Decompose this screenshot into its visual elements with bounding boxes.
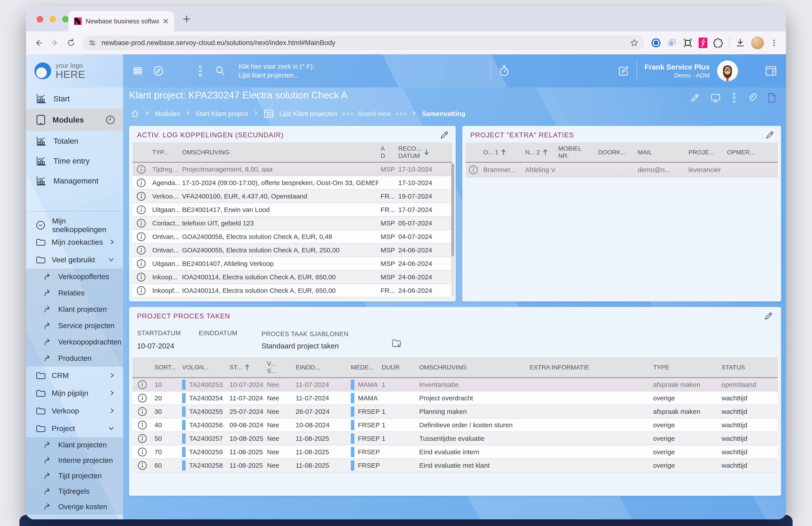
copy-template-icon[interactable] [391, 338, 403, 349]
column-type[interactable]: TYPE [651, 364, 719, 371]
table-row[interactable]: Brammer... Afdeling V... demo@n... lever… [466, 163, 778, 177]
sidebar-subitem[interactable]: Tijd projecten [26, 468, 123, 484]
timer-icon[interactable] [498, 65, 510, 77]
sidebar-group-verkoop[interactable]: Verkoop [26, 402, 123, 420]
sidebar-item-modules[interactable]: Modules [26, 109, 123, 131]
breadcrumb-lijst-klant-projecten[interactable]: Lijst Klant projecten [279, 110, 337, 117]
info-icon[interactable] [132, 205, 150, 215]
column-duur[interactable]: DUUR [379, 364, 417, 371]
info-icon[interactable] [132, 407, 152, 416]
info-icon[interactable] [132, 272, 150, 282]
table-row[interactable]: 30 TA2400255 25-07-2024 Nee 26-07-2024 F… [132, 405, 778, 418]
table-row[interactable]: 20 TA2400254 11-07-2024 Nee 11-07-2024 M… [132, 392, 778, 405]
minimize-window-button[interactable] [49, 16, 56, 23]
edit-pencil-icon[interactable] [765, 130, 774, 141]
sidebar-subitem[interactable]: Interne projecten [26, 453, 123, 468]
scrollbar[interactable] [451, 164, 454, 296]
forward-icon[interactable] [50, 38, 60, 48]
startdatum-value[interactable]: 10-07-2024 [137, 342, 174, 350]
browser-menu-icon[interactable] [770, 39, 779, 47]
address-bar[interactable]: newbase-prod.newbase.servoy-cloud.eu/sol… [83, 35, 644, 50]
zoom-window-button[interactable] [62, 16, 69, 23]
table-row[interactable]: 60 TA2400258 11-08-2025 Nee 11-08-2025 F… [132, 459, 778, 472]
column-opmer[interactable]: OPMER... [725, 148, 778, 156]
more-options-icon[interactable] [731, 92, 737, 103]
downloads-icon[interactable] [735, 38, 745, 48]
collapse-minus-icon[interactable] [36, 221, 45, 230]
sidebar-item-management[interactable]: Management [26, 171, 123, 191]
column-sort[interactable]: SORT... [152, 364, 180, 371]
table-row[interactable]: Uitgaan... BE24001417, Erwin van Lood FR… [132, 203, 452, 217]
column-st[interactable]: ST... [227, 364, 265, 371]
sidebar-subitem[interactable]: Producten [26, 350, 123, 367]
sidebar-subitem[interactable]: Relaties [26, 285, 123, 301]
kebab-menu-icon[interactable] [196, 65, 205, 77]
table-header[interactable]: TYP... OMSCHRIJVING A D RECO... DATUM [132, 142, 452, 163]
close-window-button[interactable] [37, 16, 43, 23]
column-n2[interactable]: N... 2 [523, 148, 556, 156]
compass-icon[interactable] [153, 65, 164, 76]
column-proje[interactable]: PROJE... [686, 148, 725, 156]
password-manager-icon[interactable] [651, 38, 661, 48]
attachment-paperclip-icon[interactable] [747, 93, 757, 103]
edit-pencil-icon[interactable] [690, 93, 700, 103]
breadcrumb-board-view[interactable]: Board view [358, 110, 391, 117]
sidebar-item-totalen[interactable]: Totalen [26, 131, 123, 151]
layout-panel-icon[interactable] [765, 66, 777, 76]
table-row[interactable]: Tijdreg... Projectmanagement, 8,00, aaa … [132, 163, 452, 176]
table-header[interactable]: O... 1 N... 2 MOBIEL NR. DOORK... MAIL P… [466, 142, 778, 163]
table-row[interactable]: Inkoop... IOA2400114, Electra solution C… [132, 270, 452, 284]
column-status[interactable]: STATUS [719, 364, 778, 371]
sidebar-shortcuts-header[interactable]: Mijn snelkoppelingen [26, 217, 123, 233]
table-row[interactable]: 10 TA2400253 10-07-2024 Nee 11-07-2024 M… [132, 378, 778, 392]
pink-s-extension-icon[interactable] [699, 38, 707, 48]
info-icon[interactable] [132, 191, 150, 201]
back-icon[interactable] [33, 38, 43, 48]
column-reco-datum[interactable]: RECO... DATUM [396, 145, 452, 159]
column-o1[interactable]: O... 1 [481, 148, 523, 156]
column-ad[interactable]: A D [378, 145, 396, 159]
table-row[interactable]: 40 TA2400256 09-08-2024 Nee 10-08-2024 F… [132, 418, 778, 432]
sjablonen-value[interactable]: Standaard project taken [261, 342, 339, 350]
info-icon[interactable] [132, 420, 152, 430]
tab-close-icon[interactable] [163, 18, 169, 24]
info-icon[interactable] [132, 245, 150, 255]
browser-tab[interactable]: Newbase business software [68, 11, 174, 31]
column-mede[interactable]: MEDE... [349, 364, 379, 371]
info-icon[interactable] [132, 218, 150, 228]
recent-clock-icon[interactable] [105, 115, 115, 125]
column-vs[interactable]: V... S... [265, 360, 293, 374]
info-icon[interactable] [132, 232, 150, 242]
table-row[interactable]: Agenda... 17-10-2024 (09:00-17:00), offe… [132, 176, 452, 190]
sidebar-subitem[interactable]: Verkoopoffertes [26, 269, 123, 285]
logo-zone[interactable]: your logo HERE [26, 54, 123, 87]
table-row[interactable]: Uitgaan... BE24001407, Afdeling Verkoop … [132, 257, 452, 270]
column-eindd[interactable]: EINDD... [293, 364, 349, 371]
table-row[interactable]: Ontvan... GOA2400055, Electra solution C… [132, 244, 452, 257]
search-field[interactable]: Klik hier voor zoek in (^ F): Lijst klan… [239, 62, 314, 80]
info-icon[interactable] [466, 165, 481, 175]
bookmark-star-icon[interactable] [630, 39, 639, 47]
new-tab-button[interactable] [182, 14, 191, 25]
table-header[interactable]: SORT... VOLGN... ST... V... S... EINDD..… [132, 357, 778, 378]
info-icon[interactable] [132, 393, 152, 403]
document-dashed-icon[interactable] [767, 92, 776, 103]
edit-pencil-icon[interactable] [439, 130, 449, 141]
column-doork[interactable]: DOORK... [596, 148, 636, 156]
user-avatar[interactable] [717, 60, 738, 81]
info-icon[interactable] [132, 461, 152, 470]
table-view-icon[interactable] [263, 109, 274, 118]
column-omschrijving[interactable]: OMSCHRIJVING [417, 364, 527, 371]
column-typ[interactable]: TYP... [150, 148, 180, 156]
user-info[interactable]: Frank Service Plus Demo - ADM [644, 62, 710, 79]
info-icon[interactable] [132, 286, 150, 296]
table-row[interactable]: 50 TA2400257 10-08-2025 Nee 11-08-2025 F… [132, 432, 778, 445]
column-extra-informatie[interactable]: EXTRA INFORMATIE [527, 364, 651, 371]
breadcrumb-start-klant-project[interactable]: Start Klant project [195, 110, 248, 117]
sidebar-subitem[interactable]: Tijdregels [26, 484, 123, 499]
sidebar-item-time-entry[interactable]: Time entry [26, 151, 123, 171]
edit-pencil-icon[interactable] [764, 311, 773, 322]
sidebar-subitem[interactable]: Verkoopopdrachten [26, 334, 123, 350]
info-icon[interactable] [132, 434, 152, 443]
sidebar-group-project[interactable]: Project [26, 420, 123, 437]
